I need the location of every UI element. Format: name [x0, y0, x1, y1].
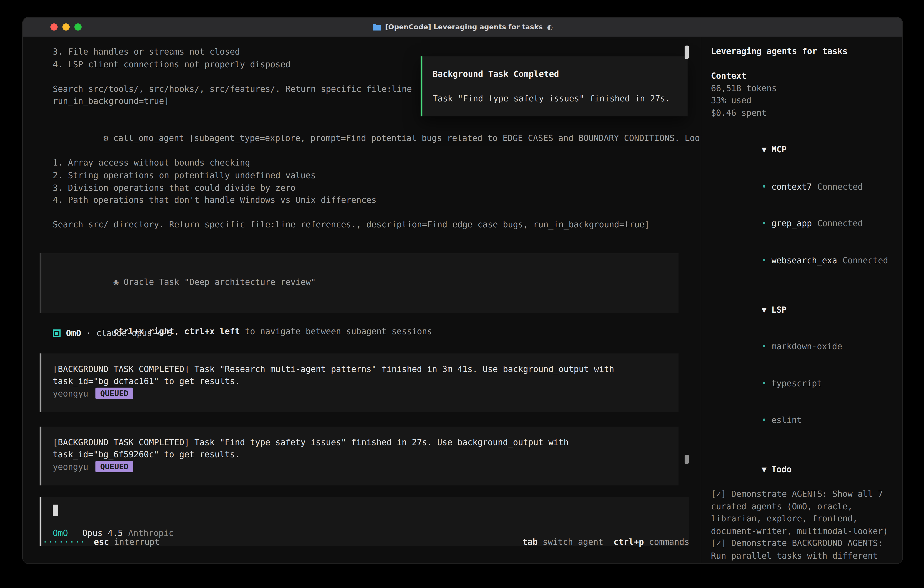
terminal-line: 2. String operations on potentially unde…	[23, 169, 701, 182]
sidebar: Leveraging agents for tasks Context 66,5…	[701, 37, 903, 564]
zoom-window-button[interactable]	[74, 23, 82, 31]
main-scrollbar-thumb[interactable]	[685, 46, 689, 59]
gear-icon: ⚙	[104, 133, 109, 143]
chevron-down-icon: ▼	[762, 464, 767, 474]
window-titlebar[interactable]: [OpenCode] Leveraging agents for tasks ◐	[23, 18, 903, 37]
toast-body: Task "Find type safety issues" finished …	[433, 92, 678, 105]
terminal-line: 1. Array access without bounds checking	[23, 157, 701, 169]
bullet-icon: •	[762, 182, 767, 191]
bullet-icon: •	[762, 342, 767, 351]
window-title-text: [OpenCode] Leveraging agents for tasks	[385, 23, 543, 31]
message-line: [BACKGROUND TASK COMPLETED] Task "Find t…	[53, 436, 667, 448]
chevron-down-icon: ▼	[762, 145, 767, 154]
terminal-line: 3. File handles or streams not closed	[23, 46, 701, 58]
terminal-line: 4. Path operations that don't handle Win…	[23, 194, 701, 206]
context-section-header: Context	[711, 69, 903, 82]
ctrlp-key-hint: ctrl+p	[614, 536, 644, 548]
agent-icon	[53, 329, 61, 337]
main-scrollbar-thumb[interactable]	[685, 455, 689, 464]
context-spent: $0.46 spent	[711, 106, 903, 119]
minimize-window-button[interactable]	[62, 23, 69, 31]
message-author: yeongyu	[53, 461, 88, 473]
tool-call-text: call_omo_agent [subagent_type=explore, p…	[113, 133, 725, 143]
context-used: 33% used	[711, 94, 903, 106]
window-title: [OpenCode] Leveraging agents for tasks ◐	[373, 23, 553, 31]
esc-key-label: interrupt	[109, 536, 160, 548]
toast-title: Background Task Completed	[433, 68, 678, 80]
bullet-icon: •	[762, 378, 767, 388]
mcp-item: •websearch_exaConnected	[711, 242, 903, 279]
navigation-shortcut-label: to navigate between subagent sessions	[240, 326, 432, 336]
desktop: [OpenCode] Leveraging agents for tasks ◐…	[0, 0, 924, 588]
text-cursor	[53, 504, 58, 516]
lsp-item: •eslint	[711, 402, 903, 439]
record-icon: ◉	[114, 277, 119, 286]
context-tokens: 66,518 tokens	[711, 82, 903, 94]
message-line: task_id="bg_dcfac161" to get results.	[53, 375, 667, 387]
tab-key-hint: tab	[523, 536, 538, 548]
bullet-icon: •	[762, 255, 767, 265]
todo-item-done: [✓] Demonstrate BACKGROUND AGENTS: Run p…	[711, 537, 903, 564]
queued-badge: QUEUED	[96, 388, 133, 399]
folder-icon	[373, 24, 381, 30]
bullet-icon: •	[762, 415, 767, 425]
queued-badge: QUEUED	[96, 461, 133, 472]
status-bar: ········ esc interrupt tab switch agent …	[23, 536, 701, 548]
mcp-section-header[interactable]: ▼MCP	[711, 131, 903, 168]
traffic-lights	[51, 23, 82, 31]
tool-call-line: ⚙call_omo_agent [subagent_type=explore, …	[23, 120, 701, 157]
lsp-section-header[interactable]: ▼LSP	[711, 291, 903, 328]
terminal-main: 3. File handles or streams not closed 4.…	[23, 37, 701, 564]
mcp-item: •grep_appConnected	[711, 205, 903, 242]
session-title: Leveraging agents for tasks	[711, 45, 903, 57]
lsp-item: •markdown-oxide	[711, 328, 903, 365]
message-line: task_id="bg_6f59260c" to get results.	[53, 448, 667, 461]
bullet-icon: •	[762, 218, 767, 228]
message-author: yeongyu	[53, 387, 88, 400]
timer-icon: ◐	[547, 23, 553, 31]
terminal-line: Search src/ directory. Return specific f…	[23, 218, 701, 231]
esc-key-hint: esc	[94, 536, 109, 548]
mcp-item: •context7Connected	[711, 168, 903, 205]
agent-name: OmO	[66, 327, 81, 339]
oracle-task-title: Oracle Task "Deep architecture review"	[119, 277, 315, 286]
message-line: [BACKGROUND TASK COMPLETED] Task "Resear…	[53, 363, 667, 375]
ctrlp-key-label: commands	[644, 536, 690, 548]
terminal-window: [OpenCode] Leveraging agents for tasks ◐…	[22, 17, 903, 564]
terminal-line	[23, 206, 701, 218]
background-task-message[interactable]: [BACKGROUND TASK COMPLETED] Task "Find t…	[40, 426, 678, 485]
background-task-toast[interactable]: Background Task Completed Task "Find typ…	[421, 56, 688, 116]
tab-key-label: switch agent	[538, 536, 603, 548]
chevron-down-icon: ▼	[762, 304, 767, 314]
agent-model: · claude-opus-4-5	[81, 327, 172, 339]
background-task-message[interactable]: [BACKGROUND TASK COMPLETED] Task "Resear…	[40, 353, 678, 412]
terminal-line: 3. Division operations that could divide…	[23, 182, 701, 194]
close-window-button[interactable]	[51, 23, 58, 31]
todo-item-done: [✓] Demonstrate AGENTS: Show all 7 curat…	[711, 488, 903, 537]
todo-section-header[interactable]: ▼Todo	[711, 451, 903, 488]
oracle-task-panel[interactable]: ◉ Oracle Task "Deep architecture review"…	[40, 253, 678, 313]
lsp-item: •typescript	[711, 365, 903, 401]
spinner-dots: ········	[43, 536, 86, 548]
